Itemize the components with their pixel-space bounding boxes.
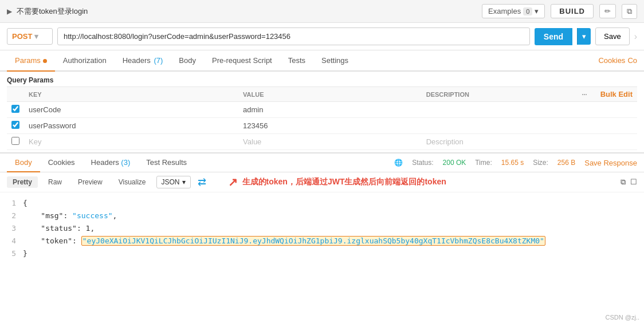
view-preview-btn[interactable]: Preview (72, 176, 108, 188)
clear-icon[interactable]: ☐ (630, 178, 637, 187)
th-key: KEY (24, 87, 238, 102)
method-dropdown-icon: ▾ (34, 32, 38, 41)
row1-desc[interactable] (422, 102, 575, 118)
row3-value[interactable]: Value (238, 134, 422, 150)
build-button[interactable]: BUILD (551, 4, 594, 18)
save-button[interactable]: Save (595, 27, 630, 45)
row3-desc[interactable]: Description (422, 134, 575, 150)
tab-pre-request-script[interactable]: Pre-request Script (204, 50, 280, 72)
response-status: 🌐 Status: 200 OK Time: 15.65 s Size: 256… (394, 159, 637, 167)
request-title: 不需要token登录login (17, 6, 482, 17)
annotation-arrow-icon: ↗ (228, 175, 238, 189)
section-title: Query Params (7, 72, 637, 86)
th-more: ··· Bulk Edit (575, 87, 637, 102)
send-dropdown-icon: ▾ (582, 32, 586, 41)
send-button[interactable]: Send (535, 28, 572, 45)
row1-value[interactable]: admin (238, 102, 422, 118)
row2-value[interactable]: 123456 (238, 118, 422, 134)
more-options-icon[interactable]: › (634, 31, 637, 42)
response-tabs-bar: Body Cookies Headers (3) Test Results 🌐 … (0, 152, 644, 172)
view-raw-btn[interactable]: Raw (42, 176, 68, 188)
th-desc: DESCRIPTION (422, 87, 575, 102)
table-row: userPassword 123456 (7, 118, 637, 134)
table-row: Key Value Description (7, 134, 637, 150)
response-toolbar: Pretty Raw Preview Visualize JSON ▾ ⇄ ↗ … (0, 172, 644, 192)
annotation-container: ↗ 生成的token，后端通过JWT生成然后向前端返回的token (228, 175, 446, 189)
tab-settings[interactable]: Settings (313, 50, 356, 72)
copy-icon[interactable]: ⧉ (621, 178, 626, 187)
cookies-extra-link[interactable]: Co (627, 56, 637, 65)
status-label: Status: (412, 159, 433, 167)
json-line-3: 3 "status": 1, (7, 222, 637, 235)
globe-icon: 🌐 (394, 159, 403, 167)
json-line-1: 1 { (7, 197, 637, 210)
url-bar: POST ▾ Send ▾ Save › (0, 23, 644, 50)
collapse-arrow[interactable]: ▶ (7, 7, 12, 15)
format-select[interactable]: JSON ▾ (156, 176, 191, 188)
time-value: 15.65 s (501, 159, 524, 167)
status-value: 200 OK (443, 159, 466, 167)
tab-params[interactable]: Params (7, 50, 55, 72)
tab-body[interactable]: Body (171, 50, 204, 72)
row3-key[interactable]: Key (24, 134, 238, 150)
method-select[interactable]: POST ▾ (7, 28, 53, 45)
url-input[interactable] (57, 27, 530, 45)
params-table: KEY VALUE DESCRIPTION ··· Bulk Edit user… (7, 86, 637, 150)
row1-key[interactable]: userCode (24, 102, 238, 118)
json-response-area: 1 { 2 "msg": "success", 3 "status": 1, 4… (0, 192, 644, 265)
time-label: Time: (475, 159, 492, 167)
th-checkbox (7, 87, 24, 102)
more-dots[interactable]: ··· (582, 91, 587, 98)
send-dropdown-button[interactable]: ▾ (577, 28, 591, 45)
save-response-btn[interactable]: Save Response (584, 159, 637, 167)
top-bar-actions: Examples 0 ▾ BUILD ✏ ⧉ (482, 4, 637, 19)
params-dot (43, 59, 47, 63)
view-pretty-btn[interactable]: Pretty (7, 176, 38, 188)
chevron-down-icon: ▾ (535, 7, 539, 15)
request-tabs-bar: Params Authorization Headers (7) Body Pr… (0, 50, 644, 72)
json-line-5: 5 } (7, 247, 637, 260)
row1-checkbox[interactable] (11, 105, 19, 113)
query-params-section: Query Params KEY VALUE DESCRIPTION ··· B… (0, 72, 644, 150)
tab-tests[interactable]: Tests (280, 50, 313, 72)
row2-key[interactable]: userPassword (24, 118, 238, 134)
wrap-icon[interactable]: ⇄ (198, 176, 206, 188)
size-label: Size: (533, 159, 548, 167)
resp-tab-headers[interactable]: Headers (3) (83, 153, 139, 172)
cookies-link[interactable]: Cookies (598, 56, 625, 65)
bulk-edit-btn[interactable]: Bulk Edit (600, 90, 633, 99)
table-row: userCode admin (7, 102, 637, 118)
annotation-text: 生成的token，后端通过JWT生成然后向前端返回的token (242, 177, 446, 187)
tab-headers[interactable]: Headers (7) (115, 50, 171, 72)
top-bar: ▶ 不需要token登录login Examples 0 ▾ BUILD ✏ ⧉ (0, 0, 644, 23)
more-icon-button[interactable]: ⧉ (622, 4, 637, 19)
row2-desc[interactable] (422, 118, 575, 134)
json-line-4: 4 "token": "eyJ0eXAiOiJKV1QiLCJhbGciOiJI… (7, 235, 637, 247)
examples-button[interactable]: Examples 0 ▾ (482, 4, 545, 18)
more-icon: ⧉ (627, 7, 632, 15)
json-line-2: 2 "msg": "success", (7, 210, 637, 222)
edit-icon: ✏ (604, 7, 611, 15)
tab-authorization[interactable]: Authorization (55, 50, 115, 72)
view-visualize-btn[interactable]: Visualize (113, 176, 152, 188)
resp-tab-test-results[interactable]: Test Results (138, 153, 195, 172)
watermark: CSDN @zj.. (606, 314, 639, 321)
row3-checkbox[interactable] (11, 137, 19, 145)
resp-tab-body[interactable]: Body (7, 153, 40, 172)
size-value: 256 B (557, 159, 575, 167)
th-value: VALUE (238, 87, 422, 102)
row2-checkbox[interactable] (11, 121, 19, 129)
format-dropdown-icon: ▾ (182, 178, 186, 186)
resp-tab-cookies[interactable]: Cookies (40, 153, 83, 172)
edit-icon-button[interactable]: ✏ (599, 4, 616, 18)
